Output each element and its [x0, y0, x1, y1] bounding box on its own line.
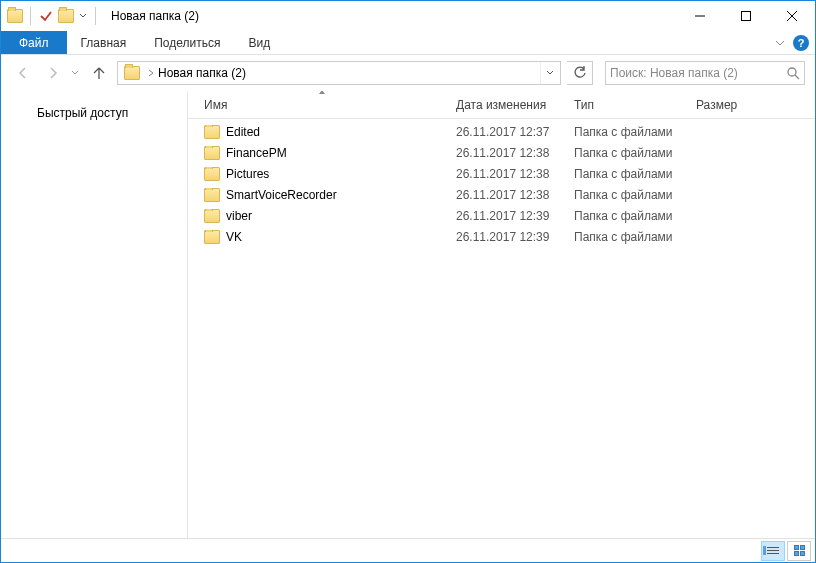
svg-point-4	[788, 68, 796, 76]
up-button[interactable]	[87, 61, 111, 85]
sidebar-item-quick-access[interactable]: Быстрый доступ	[1, 103, 187, 123]
file-row[interactable]: Edited26.11.2017 12:37Папка с файлами	[188, 121, 815, 142]
ribbon-expand-icon[interactable]	[775, 38, 785, 48]
file-type: Папка с файлами	[566, 167, 688, 181]
titlebar: Новая папка (2)	[1, 1, 815, 31]
file-date: 26.11.2017 12:38	[448, 146, 566, 160]
qat-dropdown-icon[interactable]	[78, 12, 88, 20]
app-folder-icon	[7, 9, 23, 23]
column-name[interactable]: Имя	[196, 91, 448, 118]
file-list[interactable]: Edited26.11.2017 12:37Папка с файламиFin…	[188, 119, 815, 538]
folder-icon	[204, 125, 220, 139]
qat-separator-2	[95, 7, 96, 25]
forward-button[interactable]	[41, 61, 65, 85]
file-type: Папка с файлами	[566, 125, 688, 139]
column-headers: Имя Дата изменения Тип Размер	[188, 91, 815, 119]
statusbar	[1, 538, 815, 562]
folder-icon	[204, 167, 220, 181]
file-name: Pictures	[226, 167, 269, 181]
tab-view[interactable]: Вид	[234, 31, 284, 54]
history-dropdown-icon[interactable]	[71, 69, 81, 77]
column-date[interactable]: Дата изменения	[448, 91, 566, 118]
file-type: Папка с файлами	[566, 230, 688, 244]
sort-asc-icon	[318, 91, 326, 95]
svg-line-5	[795, 75, 799, 79]
file-name: SmartVoiceRecorder	[226, 188, 337, 202]
breadcrumb-sep-icon[interactable]	[148, 69, 154, 77]
column-date-label: Дата изменения	[456, 98, 546, 112]
file-type: Папка с файлами	[566, 209, 688, 223]
address-folder-icon	[124, 66, 140, 80]
column-size[interactable]: Размер	[688, 91, 768, 118]
folder-icon	[204, 146, 220, 160]
svg-rect-1	[742, 12, 751, 21]
file-row[interactable]: SmartVoiceRecorder26.11.2017 12:38Папка …	[188, 184, 815, 205]
search-box[interactable]	[605, 61, 805, 85]
file-row[interactable]: viber26.11.2017 12:39Папка с файлами	[188, 205, 815, 226]
folder-icon	[204, 209, 220, 223]
qat-properties-icon[interactable]	[38, 8, 54, 24]
view-large-icons-button[interactable]	[787, 541, 811, 561]
tab-file[interactable]: Файл	[1, 31, 67, 54]
file-row[interactable]: VK26.11.2017 12:39Папка с файлами	[188, 226, 815, 247]
ribbon: Файл Главная Поделиться Вид ?	[1, 31, 815, 55]
file-row[interactable]: FinancePM26.11.2017 12:38Папка с файлами	[188, 142, 815, 163]
column-type-label: Тип	[574, 98, 594, 112]
file-date: 26.11.2017 12:39	[448, 209, 566, 223]
column-size-label: Размер	[696, 98, 737, 112]
address-bar[interactable]: Новая папка (2)	[117, 61, 561, 85]
qat-newfolder-icon[interactable]	[58, 9, 74, 23]
window-title: Новая папка (2)	[111, 9, 199, 23]
file-date: 26.11.2017 12:38	[448, 188, 566, 202]
file-date: 26.11.2017 12:39	[448, 230, 566, 244]
search-icon[interactable]	[786, 66, 800, 80]
minimize-button[interactable]	[677, 1, 723, 31]
maximize-button[interactable]	[723, 1, 769, 31]
file-date: 26.11.2017 12:37	[448, 125, 566, 139]
qat-separator	[30, 7, 31, 25]
navbar: Новая папка (2)	[1, 55, 815, 91]
file-type: Папка с файлами	[566, 188, 688, 202]
refresh-button[interactable]	[567, 61, 593, 85]
file-name: viber	[226, 209, 252, 223]
folder-icon	[204, 230, 220, 244]
address-dropdown-icon[interactable]	[540, 62, 558, 84]
column-type[interactable]: Тип	[566, 91, 688, 118]
breadcrumb-segment[interactable]: Новая папка (2)	[158, 66, 246, 80]
tab-share[interactable]: Поделиться	[140, 31, 234, 54]
file-name: Edited	[226, 125, 260, 139]
nav-pane[interactable]: Быстрый доступ	[1, 91, 188, 538]
file-name: FinancePM	[226, 146, 287, 160]
file-date: 26.11.2017 12:38	[448, 167, 566, 181]
tab-home[interactable]: Главная	[67, 31, 141, 54]
file-list-pane: Имя Дата изменения Тип Размер Edited26.1…	[188, 91, 815, 538]
help-icon[interactable]: ?	[793, 35, 809, 51]
folder-icon	[204, 188, 220, 202]
view-details-button[interactable]	[761, 541, 785, 561]
search-input[interactable]	[610, 66, 786, 80]
close-button[interactable]	[769, 1, 815, 31]
back-button[interactable]	[11, 61, 35, 85]
file-name: VK	[226, 230, 242, 244]
icons-view-icon	[794, 545, 805, 556]
file-type: Папка с файлами	[566, 146, 688, 160]
file-row[interactable]: Pictures26.11.2017 12:38Папка с файлами	[188, 163, 815, 184]
content: Быстрый доступ Имя Дата изменения Тип Ра…	[1, 91, 815, 538]
column-name-label: Имя	[204, 98, 227, 112]
details-view-icon	[767, 547, 779, 554]
